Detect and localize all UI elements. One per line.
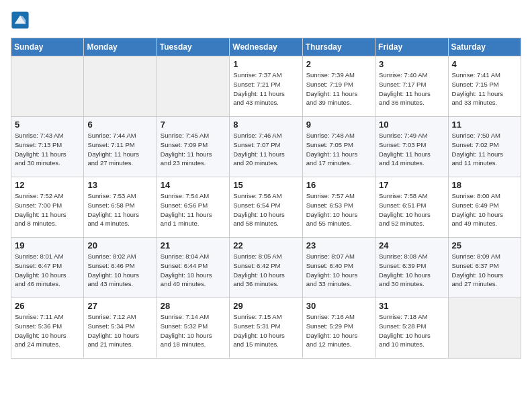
calendar-cell: 26Sunrise: 7:11 AM Sunset: 5:36 PM Dayli… — [11, 298, 84, 359]
calendar-cell: 8Sunrise: 7:46 AM Sunset: 7:07 PM Daylig… — [230, 117, 302, 177]
calendar-cell: 6Sunrise: 7:44 AM Sunset: 7:11 PM Daylig… — [84, 117, 157, 177]
calendar-cell: 11Sunrise: 7:50 AM Sunset: 7:02 PM Dayli… — [448, 117, 521, 177]
day-info: Sunrise: 7:39 AM Sunset: 7:19 PM Dayligh… — [306, 71, 371, 107]
day-number: 29 — [233, 301, 298, 311]
calendar-cell: 23Sunrise: 8:07 AM Sunset: 6:40 PM Dayli… — [302, 238, 375, 298]
day-number: 5 — [15, 120, 80, 130]
day-info: Sunrise: 7:18 AM Sunset: 5:28 PM Dayligh… — [379, 312, 444, 349]
calendar-cell: 7Sunrise: 7:45 AM Sunset: 7:09 PM Daylig… — [157, 117, 229, 177]
calendar-cell: 15Sunrise: 7:56 AM Sunset: 6:54 PM Dayli… — [230, 177, 302, 238]
weekday-header-monday: Monday — [84, 38, 157, 56]
calendar-week-2: 5Sunrise: 7:43 AM Sunset: 7:13 PM Daylig… — [11, 117, 521, 177]
day-info: Sunrise: 8:09 AM Sunset: 6:37 PM Dayligh… — [452, 252, 517, 289]
day-info: Sunrise: 7:43 AM Sunset: 7:13 PM Dayligh… — [15, 131, 80, 168]
weekday-header-wednesday: Wednesday — [230, 38, 302, 56]
day-number: 16 — [306, 180, 371, 190]
day-number: 27 — [87, 301, 152, 311]
day-number: 4 — [452, 59, 517, 69]
day-number: 24 — [379, 240, 444, 250]
day-info: Sunrise: 7:46 AM Sunset: 7:07 PM Dayligh… — [233, 131, 298, 168]
calendar-cell: 13Sunrise: 7:53 AM Sunset: 6:58 PM Dayli… — [84, 177, 157, 238]
page-header — [11, 11, 521, 30]
calendar-table: SundayMondayTuesdayWednesdayThursdayFrid… — [11, 38, 521, 359]
day-info: Sunrise: 7:11 AM Sunset: 5:36 PM Dayligh… — [15, 312, 80, 349]
day-info: Sunrise: 7:50 AM Sunset: 7:02 PM Dayligh… — [452, 131, 517, 168]
day-info: Sunrise: 7:12 AM Sunset: 5:34 PM Dayligh… — [87, 312, 152, 349]
weekday-header-tuesday: Tuesday — [157, 38, 229, 56]
day-info: Sunrise: 7:54 AM Sunset: 6:56 PM Dayligh… — [161, 191, 226, 228]
calendar-cell: 17Sunrise: 7:58 AM Sunset: 6:51 PM Dayli… — [375, 177, 448, 238]
day-info: Sunrise: 7:56 AM Sunset: 6:54 PM Dayligh… — [233, 191, 298, 228]
weekday-header-thursday: Thursday — [302, 38, 375, 56]
day-number: 26 — [15, 301, 80, 311]
day-info: Sunrise: 7:48 AM Sunset: 7:05 PM Dayligh… — [306, 131, 371, 168]
day-number: 7 — [161, 120, 226, 130]
day-number: 22 — [233, 240, 298, 250]
day-number: 12 — [15, 180, 80, 190]
calendar-cell: 21Sunrise: 8:04 AM Sunset: 6:44 PM Dayli… — [157, 238, 229, 298]
day-number: 25 — [452, 240, 517, 250]
weekday-header-sunday: Sunday — [11, 38, 84, 56]
calendar-cell: 18Sunrise: 8:00 AM Sunset: 6:49 PM Dayli… — [448, 177, 521, 238]
day-info: Sunrise: 8:00 AM Sunset: 6:49 PM Dayligh… — [452, 191, 517, 228]
calendar-week-5: 26Sunrise: 7:11 AM Sunset: 5:36 PM Dayli… — [11, 298, 521, 359]
day-number: 20 — [87, 240, 152, 250]
calendar-cell: 3Sunrise: 7:40 AM Sunset: 7:17 PM Daylig… — [375, 56, 448, 117]
day-number: 8 — [233, 120, 298, 130]
day-info: Sunrise: 7:16 AM Sunset: 5:29 PM Dayligh… — [306, 312, 371, 349]
day-number: 15 — [233, 180, 298, 190]
calendar-cell — [11, 56, 84, 117]
calendar-cell: 10Sunrise: 7:49 AM Sunset: 7:03 PM Dayli… — [375, 117, 448, 177]
day-info: Sunrise: 7:52 AM Sunset: 7:00 PM Dayligh… — [15, 191, 80, 228]
day-info: Sunrise: 7:37 AM Sunset: 7:21 PM Dayligh… — [233, 71, 298, 107]
day-number: 2 — [306, 59, 371, 69]
calendar-week-1: 1Sunrise: 7:37 AM Sunset: 7:21 PM Daylig… — [11, 56, 521, 117]
day-info: Sunrise: 7:44 AM Sunset: 7:11 PM Dayligh… — [87, 131, 152, 168]
day-number: 30 — [306, 301, 371, 311]
calendar-cell: 1Sunrise: 7:37 AM Sunset: 7:21 PM Daylig… — [230, 56, 302, 117]
calendar-cell: 16Sunrise: 7:57 AM Sunset: 6:53 PM Dayli… — [302, 177, 375, 238]
calendar-cell: 24Sunrise: 8:08 AM Sunset: 6:39 PM Dayli… — [375, 238, 448, 298]
calendar-cell: 12Sunrise: 7:52 AM Sunset: 7:00 PM Dayli… — [11, 177, 84, 238]
calendar-cell: 19Sunrise: 8:01 AM Sunset: 6:47 PM Dayli… — [11, 238, 84, 298]
day-info: Sunrise: 7:58 AM Sunset: 6:51 PM Dayligh… — [379, 191, 444, 228]
calendar-week-4: 19Sunrise: 8:01 AM Sunset: 6:47 PM Dayli… — [11, 238, 521, 298]
calendar-cell: 30Sunrise: 7:16 AM Sunset: 5:29 PM Dayli… — [302, 298, 375, 359]
calendar-cell: 22Sunrise: 8:05 AM Sunset: 6:42 PM Dayli… — [230, 238, 302, 298]
day-info: Sunrise: 7:45 AM Sunset: 7:09 PM Dayligh… — [161, 131, 226, 168]
calendar-cell: 9Sunrise: 7:48 AM Sunset: 7:05 PM Daylig… — [302, 117, 375, 177]
day-number: 31 — [379, 301, 444, 311]
calendar-cell: 28Sunrise: 7:14 AM Sunset: 5:32 PM Dayli… — [157, 298, 229, 359]
day-info: Sunrise: 8:02 AM Sunset: 6:46 PM Dayligh… — [87, 252, 152, 289]
day-number: 18 — [452, 180, 517, 190]
day-number: 10 — [379, 120, 444, 130]
calendar-cell: 5Sunrise: 7:43 AM Sunset: 7:13 PM Daylig… — [11, 117, 84, 177]
day-info: Sunrise: 8:08 AM Sunset: 6:39 PM Dayligh… — [379, 252, 444, 289]
day-number: 9 — [306, 120, 371, 130]
calendar-cell: 2Sunrise: 7:39 AM Sunset: 7:19 PM Daylig… — [302, 56, 375, 117]
day-number: 1 — [233, 59, 298, 69]
day-info: Sunrise: 7:41 AM Sunset: 7:15 PM Dayligh… — [452, 71, 517, 107]
day-info: Sunrise: 8:07 AM Sunset: 6:40 PM Dayligh… — [306, 252, 371, 289]
day-info: Sunrise: 7:15 AM Sunset: 5:31 PM Dayligh… — [233, 312, 298, 349]
weekday-header-saturday: Saturday — [448, 38, 521, 56]
day-info: Sunrise: 7:49 AM Sunset: 7:03 PM Dayligh… — [379, 131, 444, 168]
day-number: 6 — [87, 120, 152, 130]
day-number: 13 — [87, 180, 152, 190]
day-info: Sunrise: 8:04 AM Sunset: 6:44 PM Dayligh… — [161, 252, 226, 289]
weekday-header-friday: Friday — [375, 38, 448, 56]
day-info: Sunrise: 8:01 AM Sunset: 6:47 PM Dayligh… — [15, 252, 80, 289]
calendar-cell: 29Sunrise: 7:15 AM Sunset: 5:31 PM Dayli… — [230, 298, 302, 359]
day-number: 14 — [161, 180, 226, 190]
calendar-cell: 31Sunrise: 7:18 AM Sunset: 5:28 PM Dayli… — [375, 298, 448, 359]
day-number: 28 — [161, 301, 226, 311]
day-info: Sunrise: 7:57 AM Sunset: 6:53 PM Dayligh… — [306, 191, 371, 228]
calendar-cell: 27Sunrise: 7:12 AM Sunset: 5:34 PM Dayli… — [84, 298, 157, 359]
day-info: Sunrise: 8:05 AM Sunset: 6:42 PM Dayligh… — [233, 252, 298, 289]
calendar-cell: 25Sunrise: 8:09 AM Sunset: 6:37 PM Dayli… — [448, 238, 521, 298]
day-number: 21 — [161, 240, 226, 250]
calendar-cell — [448, 298, 521, 359]
day-number: 11 — [452, 120, 517, 130]
day-info: Sunrise: 7:14 AM Sunset: 5:32 PM Dayligh… — [161, 312, 226, 349]
logo-icon — [11, 11, 30, 30]
